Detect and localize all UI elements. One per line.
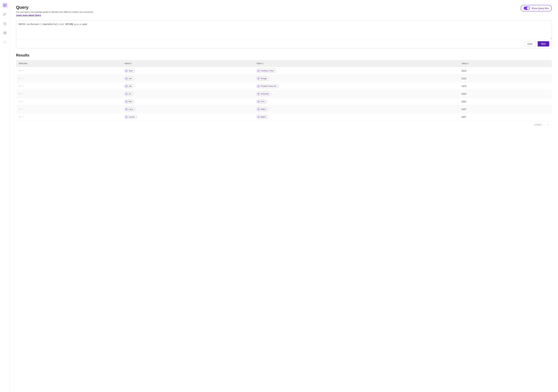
value0-cell: Etta (122, 98, 254, 105)
table-row: + − Joe Ranger 2020 (16, 75, 552, 82)
entity-dot (125, 100, 128, 103)
entity-label-value1: Matrix (261, 108, 266, 110)
entity-chip-value0[interactable]: Joe (124, 84, 134, 88)
entity-chip-value0[interactable]: Joe (124, 76, 134, 80)
sidebar-icon-graph[interactable] (2, 12, 8, 17)
entity-chip-value1[interactable]: Civic (256, 100, 267, 103)
add-row-button[interactable]: + (19, 100, 21, 103)
entity-dot (258, 85, 260, 87)
entity-dot-inner (126, 78, 127, 79)
remove-row-button[interactable]: − (22, 85, 24, 88)
entity-dot (125, 70, 128, 72)
svg-line-9 (5, 14, 6, 14)
svg-point-7 (4, 15, 4, 16)
table-row: + − Jane Hardtop 2-door 2016 (16, 67, 552, 75)
entity-chip-value1[interactable]: Silverado (256, 92, 271, 96)
entity-chip-value0[interactable]: Larry (124, 107, 135, 111)
entity-chip-value1[interactable]: Hardtop 2-door (256, 69, 276, 73)
entity-dot-inner (258, 101, 259, 102)
sidebar-icon-edit[interactable] (2, 21, 8, 26)
table-row: + − Joe Firebird Trans Am 1978 (16, 82, 552, 90)
svg-rect-15 (5, 32, 6, 33)
remove-row-button[interactable]: − (22, 69, 24, 72)
entity-dot-inner (258, 93, 259, 94)
entity-label-value0: Jane (129, 70, 133, 72)
entity-chip-value0[interactable]: Uri (124, 92, 133, 96)
entity-label-value0: Joe (129, 77, 132, 80)
run-button[interactable]: Run (538, 41, 549, 46)
show-query-box-toggle[interactable]: Show Query Box (521, 5, 552, 11)
entity-dot-inner (258, 78, 259, 79)
entity-dot (258, 108, 260, 110)
value1-cell: Hardtop 2-door (254, 67, 459, 75)
entity-chip-value1[interactable]: Matrix (256, 107, 268, 111)
prev-page-button[interactable]: ‹ (543, 123, 545, 126)
value2-cell: 2016 (459, 67, 552, 75)
remove-row-button[interactable]: − (22, 116, 24, 118)
query-textarea[interactable] (16, 20, 552, 39)
entity-dot (258, 77, 260, 80)
sidebar-icon-grid[interactable] (2, 30, 8, 36)
add-row-button[interactable]: + (19, 92, 21, 95)
value2-cell: 2003 (459, 90, 552, 98)
selection-cell: + − (16, 90, 122, 98)
query-box: Clear Run (16, 20, 552, 48)
svg-rect-0 (4, 4, 6, 7)
value1-cell: Silverado (254, 90, 459, 98)
entity-chip-value1[interactable]: Matrix (256, 115, 268, 119)
svg-rect-14 (4, 32, 5, 33)
entity-dot-inner (126, 93, 127, 94)
clear-button[interactable]: Clear (524, 41, 536, 46)
entity-chip-value0[interactable]: Jane (124, 69, 135, 73)
sidebar-icon-filter[interactable] (2, 39, 8, 45)
add-row-button[interactable]: + (19, 116, 21, 118)
value0-cell: Joe (122, 82, 254, 90)
results-section: Results Selection Value 0 Value 1 Value … (16, 53, 552, 129)
value1-cell: Ranger (254, 75, 459, 82)
entity-dot (125, 108, 128, 110)
entity-label-value0: Larry (129, 108, 133, 110)
entity-dot-inner (126, 70, 127, 71)
entity-dot-inner (258, 86, 259, 87)
selection-cell: + − (16, 75, 122, 82)
entity-chip-value1[interactable]: Firebird Trans Am (256, 84, 279, 88)
remove-row-button[interactable]: − (22, 100, 24, 103)
sidebar (0, 0, 10, 392)
learn-more-link[interactable]: Learn more about Query (16, 14, 41, 17)
pagination-text: 1-7 of 7 (534, 124, 541, 126)
remove-row-button[interactable]: − (22, 77, 24, 80)
page-description: You can query a knowledge graph to ident… (16, 11, 94, 13)
entity-chip-value1[interactable]: Ranger (256, 76, 269, 80)
remove-row-button[interactable]: − (22, 92, 24, 95)
value0-cell: Joe (122, 75, 254, 82)
svg-rect-11 (4, 23, 6, 25)
add-row-button[interactable]: + (19, 69, 21, 72)
remove-row-button[interactable]: − (22, 108, 24, 111)
col-value0: Value 0 (122, 60, 254, 67)
add-row-button[interactable]: + (19, 108, 21, 111)
entity-chip-value0[interactable]: Lauren (124, 115, 137, 119)
entity-label-value1: Ranger (261, 77, 267, 80)
table-row: + − Lauren Matrix 2007 (16, 113, 552, 121)
toggle-switch[interactable] (524, 7, 530, 10)
table-row: + − Uri Silverado 2003 (16, 90, 552, 98)
entity-dot (125, 93, 128, 95)
entity-dot-inner (258, 109, 259, 110)
entity-label-value0: Etta (129, 100, 132, 103)
next-page-button[interactable]: › (547, 123, 549, 126)
entity-label-value1: Silverado (261, 93, 269, 95)
value0-cell: Larry (122, 105, 254, 113)
entity-label-value1: Hardtop 2-door (261, 70, 274, 72)
entity-dot-inner (126, 117, 127, 117)
add-row-button[interactable]: + (19, 77, 21, 80)
value2-cell: 2007 (459, 105, 552, 113)
value2-cell: 2002 (459, 98, 552, 105)
entity-chip-value0[interactable]: Etta (124, 100, 134, 103)
sidebar-icon-table[interactable] (2, 2, 8, 8)
entity-dot (125, 85, 128, 87)
value2-cell: 1978 (459, 82, 552, 90)
entity-dot (125, 77, 128, 80)
svg-line-8 (4, 14, 4, 14)
add-row-button[interactable]: + (19, 85, 21, 88)
value2-cell: 2020 (459, 75, 552, 82)
